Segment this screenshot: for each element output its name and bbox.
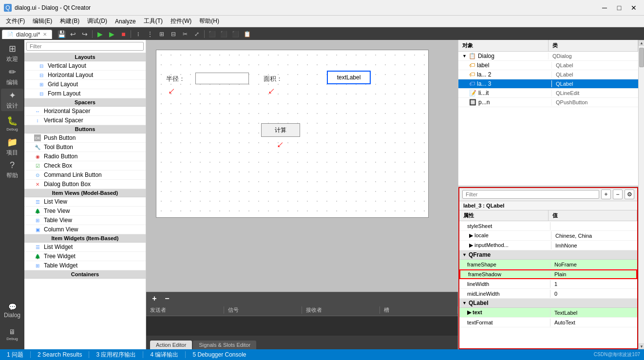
prop-row-text[interactable]: ▶ text TextLabel: [459, 308, 637, 318]
expand-dialog-icon[interactable]: ▼: [462, 54, 467, 58]
close-button[interactable]: ✕: [627, 3, 640, 13]
sidebar-project[interactable]: 📁 项目: [1, 135, 23, 158]
toolbar-stop[interactable]: ■: [118, 29, 129, 39]
toolbar-undo[interactable]: ↩: [68, 29, 78, 39]
obj-row-pushbtn[interactable]: 🔲 p...n QPushButton: [458, 98, 638, 107]
toolbar-object-inspector[interactable]: 📋: [242, 29, 252, 39]
right-scrollbar[interactable]: ▲ ▼: [638, 40, 644, 349]
status-debugger[interactable]: 5 Debugger Console: [189, 351, 249, 358]
toolbar-layout-break[interactable]: ✂: [180, 29, 190, 39]
widget-tree-view[interactable]: 🌲 Tree View: [24, 207, 146, 216]
widget-vertical-spacer[interactable]: ↕ Vertical Spacer: [24, 116, 146, 125]
widget-list-view[interactable]: ☰ List View: [24, 197, 146, 207]
menu-debug[interactable]: 调试(D): [83, 16, 111, 26]
widget-filter-input[interactable]: [26, 42, 144, 51]
sidebar-edit[interactable]: ✏ 编辑: [1, 65, 23, 88]
prop-row-stylesheet[interactable]: styleSheet: [459, 221, 637, 231]
widget-list-widget[interactable]: ☰ List Widget: [24, 243, 146, 252]
scrollbar-up-arrow[interactable]: ▲: [639, 40, 644, 46]
widget-push-button[interactable]: OK Push Button: [24, 133, 146, 143]
tab-close-icon[interactable]: ✕: [43, 32, 47, 37]
widget-tree-widget[interactable]: 🌲 Tree Widget: [24, 252, 146, 261]
canvas-label-bangjing: 半径：: [166, 75, 185, 83]
obj-row-la3[interactable]: 🏷 la... 3 QLabel: [458, 79, 638, 89]
menu-edit[interactable]: 编辑(E): [29, 16, 56, 26]
prop-add-btn[interactable]: +: [601, 189, 611, 199]
category-containers: Containers: [24, 270, 146, 279]
canvas-input-radius[interactable]: [195, 73, 249, 84]
tab-action-editor[interactable]: Action Editor: [150, 341, 192, 349]
prop-section-qframe[interactable]: ▼ QFrame: [459, 250, 637, 260]
menu-tools[interactable]: 工具(T): [140, 16, 167, 26]
prop-row-locale[interactable]: ▶ locale Chinese, China: [459, 231, 637, 241]
prop-row-frameshadow[interactable]: frameShadow Plain: [459, 269, 637, 279]
widget-horizontal-layout[interactable]: ⊟ Horizontal Layout: [24, 71, 146, 80]
widget-column-view[interactable]: ▣ Column View: [24, 225, 146, 234]
menu-help[interactable]: 帮助(H): [195, 16, 223, 26]
toolbar-align-center[interactable]: ⬛: [218, 29, 229, 39]
menu-analyze[interactable]: Analyze: [111, 17, 140, 26]
obj-row-lineedit[interactable]: 📝 li...it QLineEdit: [458, 89, 638, 98]
toolbar-debug-run[interactable]: ▶: [106, 29, 117, 39]
sidebar-design[interactable]: ✦ 设计: [1, 89, 23, 111]
sidebar-debug-bottom[interactable]: 🖥 Debug: [1, 323, 23, 345]
prop-remove-btn[interactable]: −: [613, 189, 623, 199]
maximize-button[interactable]: □: [613, 3, 625, 13]
sidebar-help[interactable]: ? 帮助: [1, 159, 23, 181]
menu-build[interactable]: 构建(B): [56, 16, 83, 26]
obj-row-dialog[interactable]: ▼ 📋 Dialog QDialog: [458, 52, 638, 61]
widget-dialog-button-box[interactable]: ✕ Dialog Button Box: [24, 180, 146, 189]
toolbar-redo[interactable]: ↪: [79, 29, 90, 39]
prop-row-textformat[interactable]: textFormat AutoText: [459, 318, 637, 327]
prop-section-qlabel[interactable]: ▼ QLabel: [459, 299, 637, 308]
scrollbar-thumb[interactable]: [639, 48, 644, 67]
toolbar-run[interactable]: ▶: [95, 29, 105, 39]
toolbar-layout-h[interactable]: ⫶: [133, 29, 144, 39]
toolbar-save[interactable]: 💾: [56, 29, 67, 39]
widget-tool-button[interactable]: 🔧 Tool Button: [24, 143, 146, 152]
minimize-button[interactable]: ─: [598, 3, 611, 13]
widget-table-view[interactable]: ⊞ Table View: [24, 216, 146, 225]
prop-row-linewidth[interactable]: lineWidth 1: [459, 279, 637, 289]
status-search[interactable]: 2 Search Results: [35, 351, 85, 358]
obj-row-la2[interactable]: 🏷 la... 2 QLabel: [458, 70, 638, 79]
prop-filter-input[interactable]: [462, 190, 599, 199]
sidebar-dialog[interactable]: 💬 Dialog: [1, 300, 23, 322]
toolbar-layout-v[interactable]: ⋮: [145, 29, 155, 39]
widget-horizontal-spacer[interactable]: ↔ Horizontal Spacer: [24, 107, 146, 116]
design-canvas[interactable]: 半径： 面积： textLabel ↑ ↑ 计算 ↑: [146, 40, 458, 292]
menu-widgets[interactable]: 控件(W): [167, 16, 195, 26]
qlabel-expand-icon: ▼: [462, 301, 467, 305]
widget-grid-layout[interactable]: ⊞ Grid Layout: [24, 80, 146, 89]
prop-row-frameshape[interactable]: frameShape NoFrame: [459, 260, 637, 269]
add-signal-btn[interactable]: +: [149, 293, 160, 304]
obj-row-label[interactable]: 🏷 label QLabel: [458, 61, 638, 70]
form-canvas[interactable]: 半径： 面积： textLabel ↑ ↑ 计算 ↑: [156, 50, 429, 218]
widget-check-box[interactable]: ☑ Check Box: [24, 161, 146, 171]
toolbar-align-right[interactable]: ⬛: [230, 29, 241, 39]
status-problems[interactable]: 1 问题: [4, 351, 26, 359]
widget-form-layout[interactable]: ⊟ Form Layout: [24, 89, 146, 98]
toolbar-align-left[interactable]: ⬛: [207, 29, 217, 39]
prop-settings-btn[interactable]: ⚙: [625, 189, 634, 199]
sidebar-welcome[interactable]: ⊞ 欢迎: [1, 42, 23, 64]
toolbar-layout-grid[interactable]: ⊞: [156, 29, 167, 39]
remove-signal-btn[interactable]: −: [162, 293, 172, 304]
tab-dialog-ui[interactable]: 📄 dialog.ui* ✕: [2, 30, 52, 39]
widget-command-link[interactable]: ⊙ Command Link Button: [24, 171, 146, 180]
toolbar-layout-form[interactable]: ⊟: [168, 29, 179, 39]
status-compile[interactable]: 4 编译输出: [147, 351, 181, 359]
status-app-output[interactable]: 3 应用程序输出: [93, 351, 139, 359]
scrollbar-down-arrow[interactable]: ▼: [639, 343, 644, 349]
menu-file[interactable]: 文件(F): [2, 16, 29, 26]
widget-table-widget[interactable]: ⊞ Table Widget: [24, 261, 146, 270]
widget-vertical-layout[interactable]: ⊟ Vertical Layout: [24, 61, 146, 71]
prop-row-inputmethod[interactable]: ▶ inputMethod... ImhNone: [459, 241, 637, 250]
canvas-text-label[interactable]: textLabel: [327, 71, 371, 84]
widget-radio-button[interactable]: ◉ Radio Button: [24, 152, 146, 161]
tab-signals-slots[interactable]: Signals & Slots Editor: [193, 341, 256, 349]
canvas-button-calc[interactable]: 计算: [261, 123, 300, 137]
toolbar-adjust-size[interactable]: ⤢: [191, 29, 202, 39]
prop-row-midlinewidth[interactable]: midLineWidth 0: [459, 289, 637, 299]
sidebar-debug[interactable]: 🐛 Debug: [1, 112, 23, 134]
